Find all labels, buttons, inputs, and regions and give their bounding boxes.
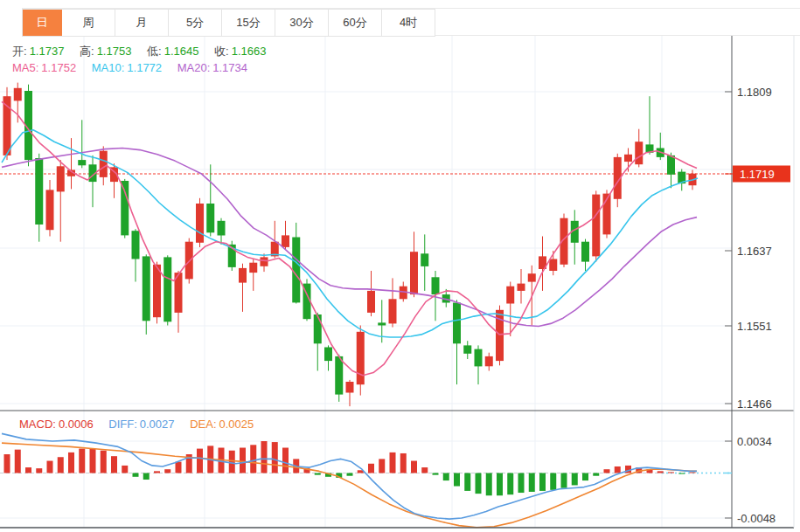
candle[interactable] bbox=[346, 382, 354, 393]
macd-bar[interactable] bbox=[572, 473, 578, 486]
candle[interactable] bbox=[324, 348, 332, 362]
macd-bar[interactable] bbox=[593, 473, 599, 476]
candle[interactable] bbox=[506, 287, 514, 304]
macd-bar[interactable] bbox=[379, 459, 385, 473]
candle[interactable] bbox=[485, 356, 493, 366]
macd-bar[interactable] bbox=[497, 473, 503, 496]
macd-bar[interactable] bbox=[518, 473, 525, 494]
candle[interactable] bbox=[35, 158, 43, 225]
macd-bar[interactable] bbox=[561, 473, 567, 488]
candle[interactable] bbox=[389, 299, 397, 323]
macd-bar[interactable] bbox=[261, 441, 268, 473]
candle[interactable] bbox=[249, 263, 257, 273]
tab-5min[interactable]: 5分 bbox=[169, 10, 222, 36]
macd-bar[interactable] bbox=[197, 449, 203, 473]
macd-bar[interactable] bbox=[101, 451, 107, 473]
candle[interactable] bbox=[367, 291, 375, 313]
macd-bar[interactable] bbox=[4, 454, 10, 473]
macd-bar[interactable] bbox=[411, 461, 417, 473]
macd-bar[interactable] bbox=[347, 473, 353, 476]
tab-60min[interactable]: 60分 bbox=[329, 10, 382, 36]
macd-bar[interactable] bbox=[272, 442, 278, 473]
macd-bar[interactable] bbox=[154, 471, 160, 473]
macd-bar[interactable] bbox=[143, 473, 150, 480]
tab-daily[interactable]: 日 bbox=[23, 10, 62, 36]
macd-bar[interactable] bbox=[315, 473, 321, 475]
macd-bar[interactable] bbox=[454, 473, 460, 487]
candle[interactable] bbox=[206, 204, 214, 232]
candle[interactable] bbox=[432, 277, 440, 294]
macd-bar[interactable] bbox=[604, 469, 610, 473]
candle[interactable] bbox=[143, 256, 150, 321]
candle[interactable] bbox=[475, 349, 483, 367]
candle[interactable] bbox=[46, 190, 54, 230]
macd-bar[interactable] bbox=[507, 473, 513, 495]
macd-bar[interactable] bbox=[122, 466, 128, 473]
candle[interactable] bbox=[518, 284, 525, 291]
candle[interactable] bbox=[581, 242, 589, 262]
candle[interactable] bbox=[528, 273, 536, 281]
macd-bar[interactable] bbox=[690, 472, 696, 473]
candle[interactable] bbox=[624, 155, 632, 162]
macd-bar[interactable] bbox=[433, 473, 439, 475]
tab-30min[interactable]: 30分 bbox=[275, 10, 329, 36]
tab-15min[interactable]: 15分 bbox=[222, 10, 275, 36]
macd-bar[interactable] bbox=[68, 453, 74, 473]
macd-bar[interactable] bbox=[164, 469, 170, 473]
candle[interactable] bbox=[282, 235, 289, 247]
candle[interactable] bbox=[453, 303, 461, 344]
macd-bar[interactable] bbox=[229, 451, 235, 473]
macd-bar[interactable] bbox=[390, 453, 396, 473]
candle[interactable] bbox=[261, 257, 268, 266]
macd-bar[interactable] bbox=[678, 473, 685, 474]
tab-4hour[interactable]: 4时 bbox=[382, 10, 435, 36]
candle[interactable] bbox=[121, 181, 129, 235]
candle[interactable] bbox=[378, 322, 386, 325]
candle[interactable] bbox=[57, 166, 65, 191]
candle[interactable] bbox=[292, 238, 300, 303]
macd-bar[interactable] bbox=[58, 457, 64, 473]
macd-bar[interactable] bbox=[582, 473, 588, 481]
candle[interactable] bbox=[357, 332, 365, 384]
macd-bar[interactable] bbox=[15, 450, 21, 473]
macd-bar[interactable] bbox=[368, 464, 374, 473]
macd-bar[interactable] bbox=[133, 473, 139, 477]
candle[interactable] bbox=[410, 252, 418, 294]
macd-bar[interactable] bbox=[250, 445, 256, 473]
candle[interactable] bbox=[421, 253, 428, 266]
candle[interactable] bbox=[549, 259, 557, 272]
macd-bar[interactable] bbox=[111, 456, 117, 473]
macd-bar[interactable] bbox=[90, 449, 96, 473]
macd-bar[interactable] bbox=[282, 448, 289, 473]
candle[interactable] bbox=[132, 231, 140, 259]
candle[interactable] bbox=[335, 356, 343, 395]
candle[interactable] bbox=[14, 88, 22, 101]
macd-bar[interactable] bbox=[400, 453, 407, 473]
candle[interactable] bbox=[185, 242, 193, 280]
tab-monthly[interactable]: 月 bbox=[115, 10, 169, 36]
macd-bar[interactable] bbox=[443, 473, 449, 481]
candle[interactable] bbox=[667, 155, 675, 175]
macd-bar[interactable] bbox=[668, 472, 674, 473]
macd-bar[interactable] bbox=[240, 448, 246, 473]
chart-canvas[interactable]: 1.18091.16371.15511.14660.0034-0.00481.1… bbox=[0, 0, 800, 532]
candle[interactable] bbox=[78, 160, 86, 165]
macd-bar[interactable] bbox=[550, 473, 556, 490]
macd-bar[interactable] bbox=[657, 471, 664, 473]
candle[interactable] bbox=[635, 142, 643, 164]
candle[interactable] bbox=[592, 195, 600, 257]
tab-weekly[interactable]: 周 bbox=[62, 10, 115, 36]
macd-bar[interactable] bbox=[421, 467, 428, 473]
candle[interactable] bbox=[463, 345, 471, 353]
candle[interactable] bbox=[100, 151, 108, 177]
candle[interactable] bbox=[196, 204, 204, 243]
macd-bar[interactable] bbox=[539, 473, 546, 491]
macd-bar[interactable] bbox=[476, 473, 482, 494]
macd-bar[interactable] bbox=[615, 466, 621, 473]
macd-bar[interactable] bbox=[36, 468, 42, 473]
macd-bar[interactable] bbox=[79, 449, 85, 473]
candle[interactable] bbox=[163, 257, 171, 321]
macd-bar[interactable] bbox=[486, 473, 492, 496]
candle[interactable] bbox=[314, 314, 322, 343]
candle[interactable] bbox=[218, 221, 226, 236]
